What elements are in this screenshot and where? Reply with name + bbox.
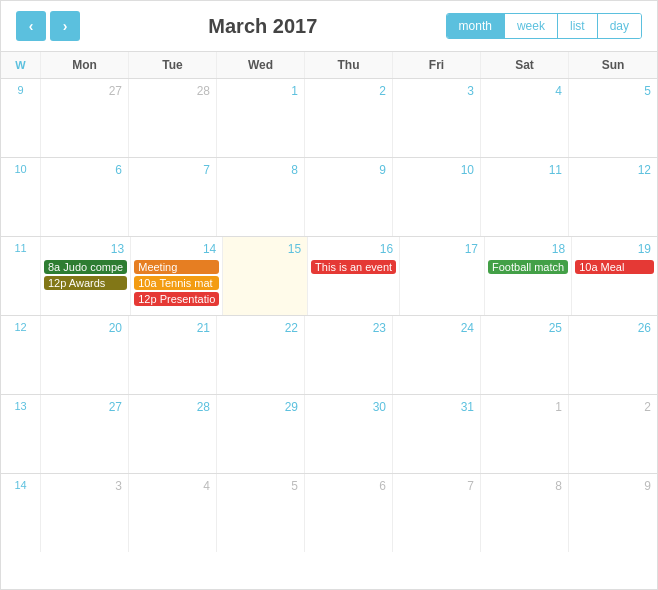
wed-header: Wed [217,52,305,78]
day-cell[interactable]: 30 [305,395,393,473]
day-cell[interactable]: 8 [217,158,305,236]
event[interactable]: 8a Judo compe [44,260,127,274]
week-row-13: 13272829303112 [1,395,657,474]
view-week-button[interactable]: week [505,14,558,38]
day-number: 8 [220,161,301,179]
event[interactable]: 10a Tennis mat [134,276,219,290]
day-cell[interactable]: 7 [393,474,481,552]
day-number: 16 [311,240,396,258]
week-number: 11 [1,237,41,315]
days-header: W Mon Tue Wed Thu Fri Sat Sun [1,52,657,79]
day-cell[interactable]: 15 [223,237,308,315]
sun-header: Sun [569,52,657,78]
fri-header: Fri [393,52,481,78]
next-button[interactable]: › [50,11,80,41]
day-cell[interactable]: 18Football match [485,237,572,315]
day-number: 4 [132,477,213,495]
day-cell[interactable]: 24 [393,316,481,394]
event[interactable]: 12p Presentatio [134,292,219,306]
day-number: 9 [308,161,389,179]
day-cell[interactable]: 3 [41,474,129,552]
day-cell[interactable]: 20 [41,316,129,394]
day-cell[interactable]: 14Meeting10a Tennis mat12p Presentatio [131,237,223,315]
thu-header: Thu [305,52,393,78]
prev-button[interactable]: ‹ [16,11,46,41]
week-col-header: W [1,52,41,78]
nav-buttons: ‹ › [16,11,80,41]
day-cell[interactable]: 29 [217,395,305,473]
day-number: 23 [308,319,389,337]
day-cell[interactable]: 8 [481,474,569,552]
day-number: 21 [132,319,213,337]
day-cell[interactable]: 6 [41,158,129,236]
day-number: 12 [572,161,654,179]
week-row-11: 11138a Judo compe12p Awards14Meeting10a … [1,237,657,316]
day-cell[interactable]: 9 [305,158,393,236]
event[interactable]: This is an event [311,260,396,274]
day-number: 24 [396,319,477,337]
day-cell[interactable]: 5 [569,79,657,157]
week-number: 9 [1,79,41,157]
day-number: 3 [396,82,477,100]
month-title: March 2017 [208,15,317,38]
day-cell[interactable]: 23 [305,316,393,394]
week-row-10: 106789101112 [1,158,657,237]
day-cell[interactable]: 17 [400,237,485,315]
day-cell[interactable]: 5 [217,474,305,552]
day-cell[interactable]: 28 [129,79,217,157]
day-number: 20 [44,319,125,337]
day-number: 5 [220,477,301,495]
day-cell[interactable]: 4 [129,474,217,552]
day-cell[interactable]: 27 [41,395,129,473]
event[interactable]: Football match [488,260,568,274]
day-cell[interactable]: 4 [481,79,569,157]
day-cell[interactable]: 26 [569,316,657,394]
day-cell[interactable]: 1 [481,395,569,473]
day-number: 2 [308,82,389,100]
week-row-14: 143456789 [1,474,657,552]
day-cell[interactable]: 9 [569,474,657,552]
day-number: 7 [132,161,213,179]
event[interactable]: Meeting [134,260,219,274]
day-number: 25 [484,319,565,337]
day-cell[interactable]: 6 [305,474,393,552]
day-number: 7 [396,477,477,495]
week-row-12: 1220212223242526 [1,316,657,395]
day-cell[interactable]: 25 [481,316,569,394]
day-cell[interactable]: 3 [393,79,481,157]
day-number: 17 [403,240,481,258]
day-number: 11 [484,161,565,179]
day-cell[interactable]: 11 [481,158,569,236]
day-number: 1 [220,82,301,100]
event[interactable]: 12p Awards [44,276,127,290]
day-cell[interactable]: 28 [129,395,217,473]
day-cell[interactable]: 2 [305,79,393,157]
day-cell[interactable]: 31 [393,395,481,473]
day-number: 4 [484,82,565,100]
day-cell[interactable]: 7 [129,158,217,236]
day-cell[interactable]: 22 [217,316,305,394]
view-day-button[interactable]: day [598,14,641,38]
day-cell[interactable]: 2 [569,395,657,473]
day-number: 14 [134,240,219,258]
event[interactable]: 10a Meal [575,260,654,274]
day-cell[interactable]: 16This is an event [308,237,400,315]
day-cell[interactable]: 27 [41,79,129,157]
week-number: 13 [1,395,41,473]
day-cell[interactable]: 10 [393,158,481,236]
day-cell[interactable]: 12 [569,158,657,236]
day-cell[interactable]: 1 [217,79,305,157]
day-cell[interactable]: 138a Judo compe12p Awards [41,237,131,315]
day-number: 19 [575,240,654,258]
week-number: 10 [1,158,41,236]
day-number: 29 [220,398,301,416]
day-cell[interactable]: 1910a Meal [572,237,657,315]
day-cell[interactable]: 21 [129,316,217,394]
day-number: 8 [484,477,565,495]
day-number: 6 [308,477,389,495]
view-month-button[interactable]: month [447,14,505,38]
calendar-header: ‹ › March 2017 month week list day [1,1,657,52]
view-list-button[interactable]: list [558,14,598,38]
day-number: 15 [226,240,304,258]
day-number: 10 [396,161,477,179]
